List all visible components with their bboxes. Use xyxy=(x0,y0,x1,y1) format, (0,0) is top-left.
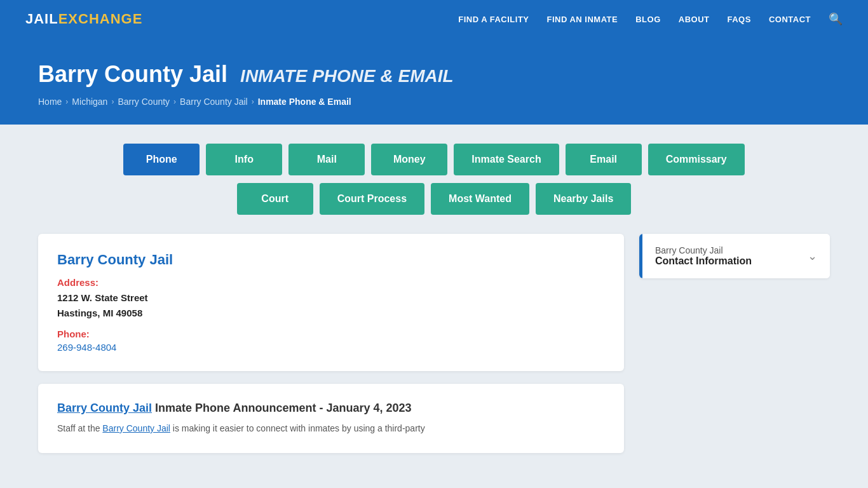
chevron-down-icon: ⌄ xyxy=(808,249,817,263)
address-text: 1212 W. State Street Hastings, MI 49058 xyxy=(57,290,605,321)
hero-section: Barry County Jail INMATE PHONE & EMAIL H… xyxy=(0,38,868,125)
tab-most-wanted[interactable]: Most Wanted xyxy=(431,183,529,215)
search-icon[interactable]: 🔍 xyxy=(829,12,843,26)
right-column: Barry County Jail Contact Information ⌄ xyxy=(639,234,830,278)
announcement-facility-link[interactable]: Barry County Jail xyxy=(57,402,152,414)
address-line1: 1212 W. State Street xyxy=(57,292,148,303)
phone-label: Phone: xyxy=(57,329,605,339)
tabs-row-1: Phone Info Mail Money Inmate Search Emai… xyxy=(123,144,744,175)
sidebar-header-text: Barry County Jail Contact Information xyxy=(655,245,752,267)
breadcrumb-sep-3: › xyxy=(173,97,176,106)
contact-card-title: Barry County Jail xyxy=(57,252,605,268)
sidebar-contact-card: Barry County Jail Contact Information ⌄ xyxy=(639,234,830,278)
announcement-title: Barry County Jail Inmate Phone Announcem… xyxy=(57,402,605,415)
breadcrumb-home[interactable]: Home xyxy=(38,97,62,107)
phone-number[interactable]: 269-948-4804 xyxy=(57,342,116,353)
site-logo[interactable]: JAILEXCHANGE xyxy=(25,11,142,27)
contact-card: Barry County Jail Address: 1212 W. State… xyxy=(38,234,624,371)
announcement-body: Staff at the Barry County Jail is making… xyxy=(57,421,605,435)
tabs-row-2: Court Court Process Most Wanted Nearby J… xyxy=(237,183,632,215)
breadcrumb-barry-county-jail[interactable]: Barry County Jail xyxy=(180,97,248,107)
sidebar-facility-name: Barry County Jail xyxy=(655,245,752,255)
announcement-title-rest: Inmate Phone Announcement - January 4, 2… xyxy=(155,402,411,414)
hero-subtitle: INMATE PHONE & EMAIL xyxy=(240,66,453,86)
sidebar-contact-label: Contact Information xyxy=(655,255,752,267)
announcement-body-text: is making it easier to connect with inma… xyxy=(173,423,425,433)
tabs-section: Phone Info Mail Money Inmate Search Emai… xyxy=(38,144,830,215)
breadcrumb-current: Inmate Phone & Email xyxy=(258,97,351,107)
tab-court-process[interactable]: Court Process xyxy=(320,183,424,215)
breadcrumb-sep-1: › xyxy=(65,97,68,106)
nav-contact[interactable]: CONTACT xyxy=(769,15,811,24)
announcement-card: Barry County Jail Inmate Phone Announcem… xyxy=(38,384,624,453)
breadcrumb-sep-4: › xyxy=(252,97,254,106)
page-title: Barry County Jail INMATE PHONE & EMAIL xyxy=(38,61,830,88)
main-content: Phone Info Mail Money Inmate Search Emai… xyxy=(0,125,868,472)
address-label: Address: xyxy=(57,277,605,288)
breadcrumb-michigan[interactable]: Michigan xyxy=(72,97,107,107)
content-grid: Barry County Jail Address: 1212 W. State… xyxy=(38,234,830,453)
nav-about[interactable]: ABOUT xyxy=(679,15,710,24)
breadcrumb-barry-county[interactable]: Barry County xyxy=(118,97,170,107)
tab-email[interactable]: Email xyxy=(566,144,642,175)
nav-find-facility[interactable]: FIND A FACILITY xyxy=(458,15,529,24)
top-navigation: JAILEXCHANGE FIND A FACILITY FIND AN INM… xyxy=(0,0,868,38)
tab-info[interactable]: Info xyxy=(206,144,282,175)
address-line2: Hastings, MI 49058 xyxy=(57,308,142,318)
hero-title-main: Barry County Jail xyxy=(38,61,227,87)
breadcrumb: Home › Michigan › Barry County › Barry C… xyxy=(38,97,830,107)
left-column: Barry County Jail Address: 1212 W. State… xyxy=(38,234,624,453)
nav-blog[interactable]: BLOG xyxy=(635,15,661,24)
tab-inmate-search[interactable]: Inmate Search xyxy=(454,144,559,175)
tab-mail[interactable]: Mail xyxy=(288,144,365,175)
logo-exchange: EXCHANGE xyxy=(58,11,143,27)
tab-nearby-jails[interactable]: Nearby Jails xyxy=(536,183,631,215)
announcement-body-link[interactable]: Barry County Jail xyxy=(102,423,170,433)
nav-faqs[interactable]: FAQs xyxy=(728,15,751,24)
tab-money[interactable]: Money xyxy=(371,144,447,175)
breadcrumb-sep-2: › xyxy=(111,97,114,106)
tab-commissary[interactable]: Commissary xyxy=(648,144,745,175)
tab-court[interactable]: Court xyxy=(237,183,313,215)
nav-links: FIND A FACILITY FIND AN INMATE BLOG ABOU… xyxy=(458,12,843,26)
tab-phone[interactable]: Phone xyxy=(123,144,200,175)
logo-jail: JAIL xyxy=(25,11,58,27)
sidebar-card-header[interactable]: Barry County Jail Contact Information ⌄ xyxy=(639,234,830,278)
nav-find-inmate[interactable]: FIND AN INMATE xyxy=(547,15,618,24)
